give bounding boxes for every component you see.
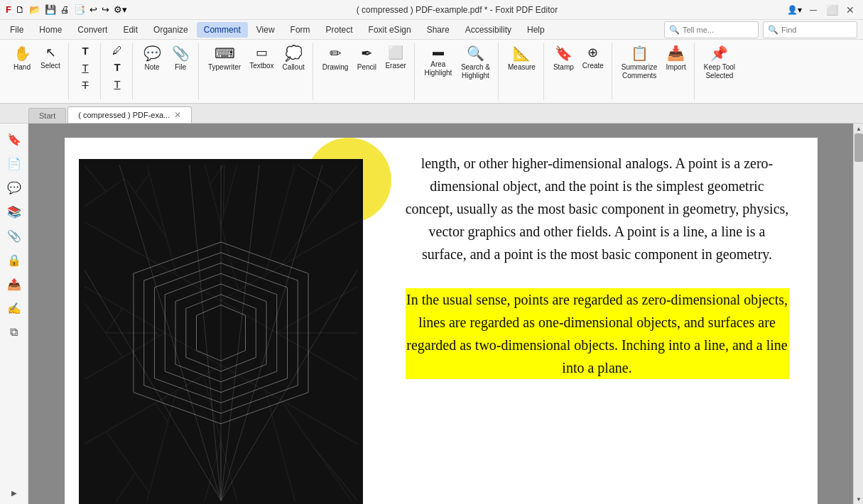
sidebar-attachments-icon[interactable]: 📎 — [4, 226, 24, 246]
menu-help[interactable]: Help — [520, 22, 552, 38]
tab-close-icon[interactable]: ✕ — [174, 110, 181, 120]
text-annot-button[interactable]: T — [107, 59, 128, 75]
account-icon[interactable]: 👤▾ — [787, 5, 802, 15]
text-select-3-button[interactable]: T — [75, 77, 96, 93]
menu-convert[interactable]: Convert — [70, 22, 114, 38]
pencil-button[interactable]: ✒ Pencil — [353, 43, 380, 85]
hand-label: Hand — [13, 63, 31, 72]
drawing-button[interactable]: ✏ Drawing — [319, 43, 352, 85]
textbox-button[interactable]: ▭ Textbox — [246, 43, 277, 85]
menu-form[interactable]: Form — [283, 22, 317, 38]
undo-icon[interactable]: ↩ — [89, 4, 97, 15]
pdf-area[interactable]: length, or other higher-dimensional anal… — [28, 124, 853, 504]
measure-button[interactable]: 📐 Measure — [504, 43, 539, 85]
text-select-2-button[interactable]: T — [75, 60, 96, 76]
scrollbar-down-button[interactable]: ▼ — [854, 494, 863, 504]
keep-tool-label: Keep ToolSelected — [704, 63, 735, 80]
text-select-1-icon: T — [82, 45, 88, 57]
scrollbar-track[interactable] — [854, 133, 863, 494]
menu-comment[interactable]: Comment — [197, 22, 248, 38]
find-search[interactable]: 🔍 — [763, 21, 857, 38]
text-annot2-button[interactable]: T — [107, 76, 128, 92]
tell-me-input[interactable] — [683, 26, 754, 34]
highlight-button[interactable]: 🖊 — [107, 43, 128, 58]
ribbon-group-area: ▬ AreaHighlight 🔍 Search &Highlight — [416, 43, 499, 100]
restore-button[interactable]: ⬜ — [825, 3, 839, 17]
scrollbar-up-button[interactable]: ▲ — [854, 124, 863, 133]
redo-icon[interactable]: ↪ — [102, 4, 109, 15]
sidebar-comments-icon[interactable]: 💬 — [4, 177, 24, 197]
measure-icon: 📐 — [513, 46, 531, 60]
hand-button[interactable]: ✋ Hand — [9, 43, 36, 85]
ribbon-group-textselect: T T T — [70, 43, 101, 100]
menu-file[interactable]: File — [3, 22, 31, 38]
sidebar-bookmark-icon[interactable]: 🔖 — [4, 129, 24, 149]
saveas-icon[interactable]: 📑 — [74, 4, 85, 15]
menu-foxit-esign[interactable]: Foxit eSign — [362, 22, 418, 38]
import-button[interactable]: 📥 Import — [662, 43, 689, 85]
pencil-icon: ✒ — [361, 46, 373, 60]
menu-accessibility[interactable]: Accessibility — [458, 22, 519, 38]
text-select-1-button[interactable]: T — [75, 43, 96, 59]
menu-share[interactable]: Share — [420, 22, 457, 38]
textbox-icon: ▭ — [256, 46, 268, 59]
file-button[interactable]: 📎 File — [167, 43, 194, 85]
keep-tool-button[interactable]: 📌 Keep ToolSelected — [700, 43, 739, 85]
right-scrollbar: ▲ ▼ — [853, 124, 863, 504]
hand-select-buttons: ✋ Hand ↖ Select — [9, 43, 64, 100]
sidebar-export-icon[interactable]: 📤 — [4, 274, 24, 294]
typewriter-button[interactable]: ⌨ Typewriter — [205, 43, 244, 85]
sidebar-layers-icon[interactable]: 📚 — [4, 202, 24, 221]
ribbon-group-drawing: ✏ Drawing ✒ Pencil ⬜ Eraser — [315, 43, 415, 100]
keeptool-buttons: 📌 Keep ToolSelected — [700, 43, 739, 100]
menu-protect[interactable]: Protect — [319, 22, 360, 38]
search-highlight-button[interactable]: 🔍 Search &Highlight — [457, 43, 494, 85]
tell-me-search[interactable]: 🔍 — [664, 21, 759, 38]
stamp-button[interactable]: 🔖 Stamp — [550, 43, 577, 85]
save-icon[interactable]: 💾 — [45, 4, 56, 15]
measure-buttons: 📐 Measure — [504, 43, 539, 100]
note-button[interactable]: 💬 Note — [139, 43, 165, 85]
customize-icon[interactable]: ⚙▾ — [114, 4, 127, 15]
sidebar-signature-icon[interactable]: ✍ — [4, 298, 24, 318]
callout-button[interactable]: 💭 Callout — [279, 43, 308, 85]
search-highlight-icon: 🔍 — [467, 46, 484, 60]
search-icon: 🔍 — [669, 25, 680, 35]
tab-start[interactable]: Start — [28, 108, 66, 123]
measure-label: Measure — [508, 63, 536, 72]
tab-main[interactable]: ( compressed ) PDF-exa... ✕ — [67, 106, 192, 123]
find-icon: 🔍 — [768, 25, 778, 35]
select-button[interactable]: ↖ Select — [37, 43, 64, 85]
menu-organize[interactable]: Organize — [146, 22, 195, 38]
search-highlight-label: Search &Highlight — [461, 63, 490, 80]
create-button[interactable]: ⊕ Create — [579, 43, 607, 85]
sidebar-lock-icon[interactable]: 🔒 — [4, 250, 24, 270]
close-button[interactable]: ✕ — [843, 3, 857, 17]
file-attach-icon: 📎 — [172, 46, 190, 60]
eraser-label: Eraser — [385, 62, 406, 70]
sidebar-expand-icon[interactable]: ▶ — [9, 487, 20, 498]
minimize-button[interactable]: ─ — [806, 3, 820, 17]
area-highlight-button[interactable]: ▬ AreaHighlight — [420, 43, 456, 85]
open-icon[interactable]: 📂 — [29, 4, 40, 15]
drawing-label: Drawing — [322, 63, 349, 72]
ribbon: ✋ Hand ↖ Select T T T — [0, 40, 863, 104]
ribbon-group-stamp: 🔖 Stamp ⊕ Create — [546, 43, 612, 100]
sidebar-copy-icon[interactable]: ⧉ — [4, 322, 24, 342]
tab-start-label: Start — [39, 111, 55, 120]
summarize-button[interactable]: 📋 SummarizeComments — [618, 43, 661, 85]
callout-icon: 💭 — [285, 46, 303, 60]
sidebar-pages-icon[interactable]: 📄 — [4, 153, 24, 173]
summarize-label: SummarizeComments — [622, 63, 658, 80]
menu-edit[interactable]: Edit — [116, 22, 145, 38]
menu-view[interactable]: View — [249, 22, 282, 38]
print-icon[interactable]: 🖨 — [60, 4, 70, 15]
tab-bar: Start ( compressed ) PDF-exa... ✕ — [0, 104, 863, 124]
new-icon[interactable]: 🗋 — [16, 4, 25, 15]
area-highlight-label: AreaHighlight — [424, 60, 452, 77]
find-input[interactable] — [781, 26, 852, 34]
pdf-paragraph-highlighted: In the usual sense, points are regarded … — [406, 288, 789, 379]
eraser-button[interactable]: ⬜ Eraser — [381, 43, 409, 85]
menu-home[interactable]: Home — [32, 22, 69, 38]
scrollbar-thumb[interactable] — [854, 133, 863, 162]
